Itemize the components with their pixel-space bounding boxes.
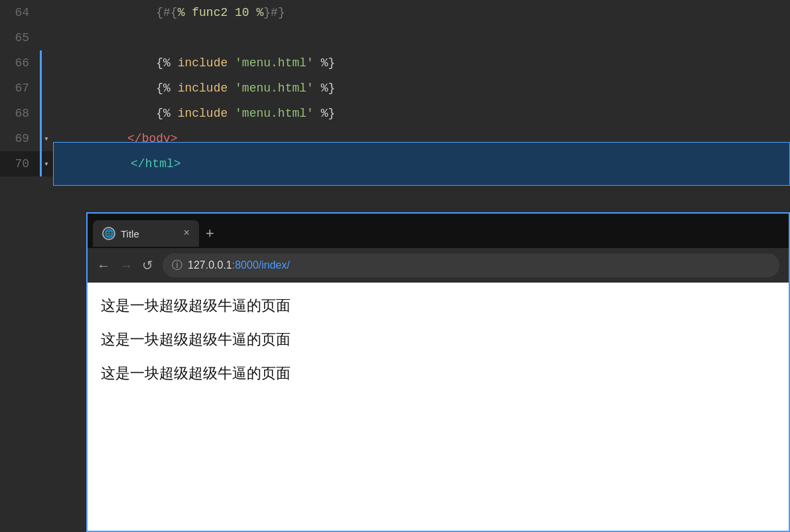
line-number-67: 67	[0, 82, 40, 95]
line-number-64: 64	[0, 6, 40, 19]
line-content-70: </html>	[53, 142, 790, 186]
code-line-70: 70 ▾ </html>	[0, 151, 790, 176]
code-keyword: include	[170, 82, 235, 95]
url-bar[interactable]: ⓘ 127.0.0.1:8000/index/	[163, 253, 779, 277]
fold-icon[interactable]: ▾	[44, 133, 49, 144]
sidebar-bottom: entifie pplied	[0, 398, 86, 532]
url-info-icon: ⓘ	[172, 259, 182, 273]
line-number-69: 69	[0, 132, 40, 145]
url-host: 127.0.0.1	[188, 259, 232, 271]
code-string: 'menu.html'	[235, 56, 314, 70]
page-content-line-3: 这是一块超级超级牛逼的页面	[101, 364, 775, 384]
line-number-65: 65	[0, 31, 40, 44]
code-string: 'menu.html'	[235, 82, 314, 95]
line-number-66: 66	[0, 56, 40, 70]
code-editor: 64 {#{% func2 10 %}#} 65 66 {% include	[0, 0, 790, 212]
code-token: %}	[314, 107, 335, 120]
browser-window: 🌐 Title × + ← → ↺ ⓘ 127.0.0.1:8000/index…	[86, 212, 790, 532]
code-keyword: include	[170, 56, 235, 70]
line-gutter-70: ▾	[40, 159, 53, 169]
main-layout: 64 {#{% func2 10 %}#} 65 66 {% include	[0, 0, 790, 532]
browser-tab-bar: 🌐 Title × +	[88, 214, 789, 248]
new-tab-button[interactable]: +	[206, 225, 214, 242]
forward-button[interactable]: →	[119, 259, 133, 272]
tab-title: Title	[121, 228, 178, 239]
code-token: {#{	[127, 6, 178, 19]
code-token: % func2 10 %	[178, 6, 264, 19]
blue-line-indicator	[40, 76, 42, 101]
tab-close-button[interactable]: ×	[183, 228, 190, 239]
line-content-65	[53, 31, 790, 44]
back-button[interactable]: ←	[97, 259, 110, 272]
code-line-64: 64 {#{% func2 10 %}#}	[0, 0, 790, 25]
fold-icon[interactable]: ▾	[44, 159, 49, 169]
blue-line-indicator	[40, 101, 42, 126]
browser-tab[interactable]: 🌐 Title ×	[93, 220, 199, 247]
code-token: {%	[127, 82, 170, 95]
page-content-line-1: 这是一块超级超级牛逼的页面	[101, 296, 775, 316]
url-port-path: :8000/index/	[232, 259, 290, 271]
code-token: %}	[314, 82, 335, 95]
code-token: {%	[127, 56, 170, 70]
tab-favicon-icon: 🌐	[102, 227, 115, 240]
code-string: 'menu.html'	[235, 107, 314, 120]
blue-line-indicator	[40, 50, 42, 76]
browser-nav-bar: ← → ↺ ⓘ 127.0.0.1:8000/index/	[88, 248, 789, 283]
code-token: {%	[127, 107, 170, 120]
browser-content: 这是一块超级超级牛逼的页面 这是一块超级超级牛逼的页面 这是一块超级超级牛逼的页…	[88, 283, 789, 531]
code-keyword: include	[170, 107, 235, 120]
code-tag: </html>	[131, 157, 181, 170]
code-lines: 64 {#{% func2 10 %}#} 65 66 {% include	[0, 0, 790, 176]
line-number-68: 68	[0, 107, 40, 120]
url-text: 127.0.0.1:8000/index/	[188, 259, 290, 271]
code-token: }#}	[263, 6, 285, 19]
line-number-70: 70	[0, 157, 40, 170]
reload-button[interactable]: ↺	[142, 259, 153, 272]
line-gutter-69: ▾	[40, 133, 53, 144]
page-content-line-2: 这是一块超级超级牛逼的页面	[101, 330, 775, 350]
code-token: %}	[314, 56, 335, 70]
